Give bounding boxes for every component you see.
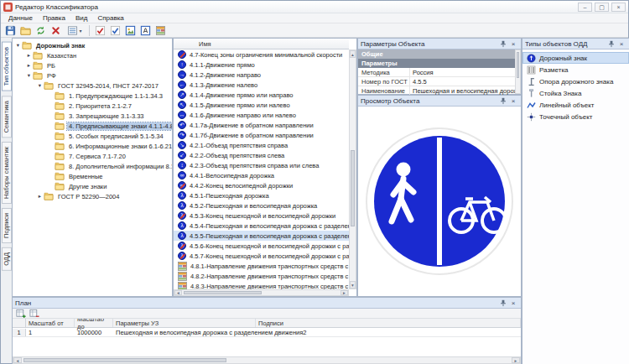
tree-item[interactable]: ▾ГОСТ 32945-2014, ПНСТ 247-2017	[13, 81, 172, 91]
tree-item[interactable]: ▸Казахстан	[13, 50, 172, 60]
tree-item[interactable]: ▾Дорожный знак	[13, 40, 172, 50]
odd-type-item[interactable]: Точечный объект	[522, 111, 629, 122]
expand-icon[interactable]: ▸	[25, 52, 33, 59]
param-value[interactable]: Россия	[410, 69, 521, 76]
sign-list-item[interactable]: ↑4.1.1-Движение прямо	[174, 60, 349, 70]
scroll-right-arrow[interactable]: ▸	[512, 357, 520, 363]
param-group-general[interactable]: Общие	[358, 49, 521, 59]
tree-item[interactable]: ▸ГОСТ Р 52290—2004	[13, 191, 172, 201]
sign-list-item[interactable]: ←4.1.3-Движение налево	[174, 80, 349, 90]
frame-text-button[interactable]	[138, 24, 153, 37]
menu-item[interactable]: Правка	[38, 14, 70, 22]
sign-list-item[interactable]: ↷4.1.7б-Движение в обратном направлении	[174, 130, 349, 140]
scroll-down-arrow[interactable]: ▾	[350, 281, 356, 289]
sign-table-button[interactable]	[153, 24, 168, 37]
pin-button[interactable]	[498, 39, 508, 49]
plan-row[interactable]: 111000000Пешеходная и велосипедная дорож…	[13, 328, 521, 337]
minimize-button[interactable]: –	[578, 3, 592, 12]
tree-item[interactable]: 6. Информационные знаки 6.1-6.21.2	[13, 141, 172, 151]
close-panel-button[interactable]: ×	[508, 299, 518, 308]
view-mode-button[interactable]: ▾	[64, 24, 86, 37]
collapse-icon[interactable]: ▾	[25, 72, 33, 79]
close-panel-button[interactable]: ×	[508, 39, 518, 49]
collapse-icon[interactable]: ▾	[14, 42, 22, 49]
sign-list-item[interactable]: λ4.5.2-Пешеходная и велосипедная дорожка	[174, 200, 349, 211]
scroll-thumb[interactable]	[517, 52, 519, 78]
params-scrollbar[interactable]	[515, 49, 521, 94]
tree-item[interactable]: Временные	[13, 171, 172, 181]
param-value[interactable]: 4.5.5	[410, 78, 521, 86]
side-tab[interactable]: ОДД	[2, 247, 12, 271]
tree-item[interactable]: ▸РБ	[13, 60, 172, 70]
side-tab[interactable]: Подписи	[2, 208, 12, 243]
sign-list-item[interactable]: ↙4.2.2-Объезд препятствия слева	[174, 150, 349, 160]
tree-item[interactable]: 1. Предупреждающие 1.1-1.34.3	[13, 91, 172, 101]
scroll-thumb[interactable]	[351, 150, 355, 226]
sign-list-item[interactable]: ↘4.2.1-Объезд препятствия справа	[174, 140, 349, 150]
sign-list-item[interactable]: ↶4.1.7а-Движение в обратном направлении	[174, 120, 349, 130]
menu-item[interactable]: Данные	[3, 14, 38, 22]
tree-item[interactable]: 4. Предписывающие знаки 4.1.1-4.8.3	[13, 121, 172, 131]
odd-type-item[interactable]: Дорожный знак	[522, 52, 629, 64]
side-tab[interactable]: Семантика	[2, 96, 12, 138]
add-row-button[interactable]	[14, 308, 27, 319]
check-red-button[interactable]	[93, 24, 107, 37]
odd-type-item[interactable]: Опора дорожного знака	[522, 75, 629, 87]
pin-button[interactable]	[606, 39, 616, 49]
delete-row-button[interactable]	[28, 308, 40, 319]
refresh-button[interactable]	[34, 24, 48, 37]
close-button[interactable]: ×	[611, 3, 626, 12]
frame-picture-button[interactable]	[123, 24, 138, 37]
column-header[interactable]: Масштаб до	[75, 319, 113, 327]
maximize-button[interactable]: ▢	[595, 3, 609, 12]
sign-list-item[interactable]: λ4.5.3-Конец пешеходной и велосипедной д…	[174, 211, 349, 221]
sign-list-item[interactable]: ↗4.1.4-Движение прямо или направо	[174, 90, 349, 100]
delete-button[interactable]	[49, 24, 63, 37]
sign-list-item[interactable]: ↕4.2.3-Объезд препятствия справа или сле…	[174, 160, 349, 170]
menu-item[interactable]: Справка	[92, 14, 128, 22]
tree-item[interactable]: 2. Приоритета 2.1-2.7	[13, 101, 172, 111]
sign-list-item[interactable]: λ4.5.1-Пешеходная дорожка	[174, 190, 349, 200]
scroll-left-arrow[interactable]: ◂	[174, 290, 182, 295]
tree-item[interactable]: 7. Сервиса 7.1-7.20	[13, 151, 172, 161]
param-value[interactable]: Пешеходная и велосипедная дорожка с ...	[410, 87, 521, 95]
sign-list-item[interactable]: ↖4.1.5-Движение прямо или налево	[174, 100, 349, 110]
tree-item[interactable]: 8. Дополнительной информации 8.1.1-8.24	[13, 161, 172, 171]
scroll-up-arrow[interactable]: ▴	[350, 50, 356, 58]
odd-type-item[interactable]: Линейный объект	[522, 99, 629, 111]
sign-list-item[interactable]: 4.8.3-Направление движения транспортных …	[174, 281, 349, 289]
sign-list-item[interactable]: λ4.5.7-Конец пешеходной и велосипедной д…	[174, 251, 349, 261]
scroll-right-arrow[interactable]: ▸	[340, 290, 348, 295]
param-group-params[interactable]: Параметры	[358, 59, 521, 68]
sign-list-item[interactable]: ↔4.1.6-Движение направо или налево	[174, 110, 349, 120]
list-vertical-scrollbar[interactable]: ▴ ▾	[349, 49, 356, 289]
sign-list-item[interactable]: ∞4.4.2-Конец велосипедной дорожки	[174, 180, 349, 190]
scroll-thumb[interactable]	[23, 358, 226, 362]
column-header[interactable]: Подписи	[256, 319, 521, 327]
sign-list-item[interactable]: λ4.5.5-Пешеходная и велосипедная дорожка…	[174, 231, 349, 241]
pin-button[interactable]	[498, 299, 508, 308]
column-header[interactable]: Параметры УЗ	[113, 319, 256, 327]
side-tab[interactable]: Наборы семантик	[2, 142, 12, 204]
collapse-icon[interactable]: ▾	[36, 82, 44, 89]
odd-type-item[interactable]: Стойка Знака	[522, 87, 629, 99]
save-button[interactable]	[3, 24, 18, 37]
close-panel-button[interactable]: ×	[508, 96, 518, 106]
tree-item[interactable]: Другие знаки	[13, 181, 172, 191]
open-button[interactable]	[18, 24, 33, 37]
tree-item[interactable]: 5. Особых предписаний 5.1-5.34	[13, 131, 172, 141]
sign-list-item[interactable]: 4.8.2-Направление движения транспортных …	[174, 271, 349, 281]
column-header[interactable]: Масштаб от	[26, 319, 75, 327]
sign-list-item[interactable]: →4.1.2-Движение направо	[174, 70, 349, 80]
expand-icon[interactable]: ▸	[36, 193, 44, 200]
tree-item[interactable]: 3. Запрещающие 3.1-3.33	[13, 111, 172, 121]
sign-list-item[interactable]: ∞4.4.1-Велосипедная дорожка	[174, 170, 349, 180]
list-horizontal-scrollbar[interactable]: ◂ ▸	[174, 289, 349, 296]
scroll-thumb[interactable]	[184, 291, 262, 294]
plan-horizontal-scrollbar[interactable]: ◂ ▸	[13, 356, 521, 364]
pin-button[interactable]	[498, 96, 508, 106]
sign-list-item[interactable]: λ4.5.6-Конец пешеходной и велосипедной д…	[174, 241, 349, 251]
sign-list-item[interactable]: 4.8.1-Направление движения транспортных …	[174, 261, 349, 271]
check-blue-button[interactable]	[108, 24, 122, 37]
sign-list-item[interactable]: λ4.5.4-Пешеходная и велосипедная дорожка…	[174, 221, 349, 231]
